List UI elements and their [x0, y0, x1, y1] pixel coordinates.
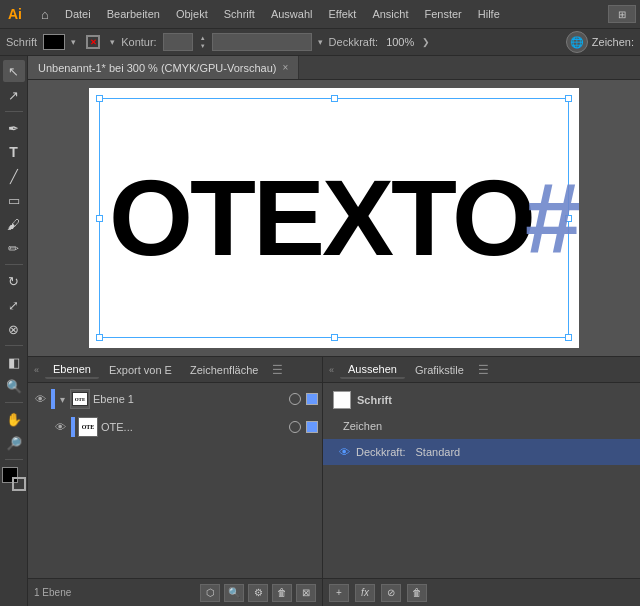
tab-grafikstile[interactable]: Grafikstile: [407, 362, 472, 378]
tab-bar: Unbenannt-1* bei 300 % (CMYK/GPU-Vorscha…: [28, 56, 640, 80]
appear-eye-icon[interactable]: 👁: [339, 446, 350, 458]
layer-thumb-ebene1: OTE: [70, 389, 90, 409]
layout-icon[interactable]: ⊞: [608, 5, 636, 23]
hand-tool[interactable]: ✋: [3, 408, 25, 430]
kontur-input[interactable]: [163, 33, 193, 51]
layer-trash-button[interactable]: 🗑: [272, 584, 292, 602]
layer-thumb-inner-ote: OTE: [79, 419, 97, 435]
menu-ansicht[interactable]: Ansicht: [365, 6, 415, 22]
layer-name-ebene1[interactable]: Ebene 1: [93, 393, 286, 405]
fill-color-arrow[interactable]: ▾: [71, 37, 76, 47]
direct-selection-tool[interactable]: ↗: [3, 84, 25, 106]
layer-visibility-ote[interactable]: 👁: [52, 421, 68, 433]
panel-resize-left[interactable]: «: [34, 365, 39, 375]
handle-bc[interactable]: [331, 334, 338, 341]
appear-resize-left[interactable]: «: [329, 365, 334, 375]
pencil-tool[interactable]: ✏: [3, 237, 25, 259]
menu-hilfe[interactable]: Hilfe: [471, 6, 507, 22]
fill-stroke-swatch[interactable]: [2, 467, 26, 491]
kontur-label: Kontur:: [121, 36, 156, 48]
layer-target-ebene1[interactable]: [289, 393, 301, 405]
scale-tool[interactable]: ⤢: [3, 294, 25, 316]
handle-br[interactable]: [565, 334, 572, 341]
handle-tl[interactable]: [96, 95, 103, 102]
selection-tool[interactable]: ↖: [3, 60, 25, 82]
layer-expand-ebene1[interactable]: ▾: [60, 394, 65, 405]
gradient-tool[interactable]: ◧: [3, 351, 25, 373]
layer-delete-button[interactable]: ⊠: [296, 584, 316, 602]
pen-tool[interactable]: ✒: [3, 117, 25, 139]
appear-swatch[interactable]: [333, 391, 351, 409]
stroke-x-icon: ✕: [90, 38, 97, 47]
layer-thumb-label-ebene1: OTE: [75, 397, 86, 402]
layer-row-ebene1[interactable]: 👁 ▾ OTE Ebene 1: [28, 385, 322, 413]
menu-auswahl[interactable]: Auswahl: [264, 6, 320, 22]
handle-tc[interactable]: [331, 95, 338, 102]
rectangle-tool[interactable]: ▭: [3, 189, 25, 211]
tab-aussehen[interactable]: Aussehen: [340, 361, 405, 379]
menu-schrift[interactable]: Schrift: [217, 6, 262, 22]
tab-close-button[interactable]: ×: [282, 62, 288, 73]
layer-target-ote[interactable]: [289, 421, 301, 433]
kontur-spinner[interactable]: ▲▼: [200, 34, 206, 50]
layer-row-ote[interactable]: 👁 OTE OTE...: [28, 413, 322, 441]
appear-fx-button[interactable]: fx: [355, 584, 375, 602]
layer-select-ebene1[interactable]: [306, 393, 318, 405]
home-icon[interactable]: ⌂: [34, 3, 56, 25]
deckkraft-label: Deckkraft:: [329, 36, 379, 48]
layer-select-ote[interactable]: [306, 421, 318, 433]
menu-bar: Ai ⌂ Datei Bearbeiten Objekt Schrift Aus…: [0, 0, 640, 28]
stroke-style-arrow[interactable]: ▾: [110, 37, 115, 47]
type-tool[interactable]: T: [3, 141, 25, 163]
globe-icon[interactable]: 🌐: [566, 31, 588, 53]
tab-zeichenflaeche[interactable]: Zeichenfläche: [182, 362, 267, 378]
layers-panel-menu[interactable]: ☰: [272, 363, 283, 377]
stroke-preview-box[interactable]: [212, 33, 312, 51]
layer-settings-button[interactable]: ⚙: [248, 584, 268, 602]
bottom-panel: « Ebenen Export von E Zeichenfläche ☰ 👁 …: [28, 356, 640, 606]
paintbrush-tool[interactable]: 🖌: [3, 213, 25, 235]
menu-bearbeiten[interactable]: Bearbeiten: [100, 6, 167, 22]
document-tab[interactable]: Unbenannt-1* bei 300 % (CMYK/GPU-Vorscha…: [28, 56, 299, 79]
toolbar-schrift-label: Schrift: [6, 36, 37, 48]
layers-panel: « Ebenen Export von E Zeichenfläche ☰ 👁 …: [28, 357, 323, 606]
appear-clear-button[interactable]: ⊘: [381, 584, 401, 602]
tool-divider-5: [5, 459, 23, 460]
stroke-preview-arrow[interactable]: ▾: [318, 37, 323, 47]
toolbar: Schrift ▾ ✕ ▾ Kontur: ▲▼ ▾ Deckkraft: 10…: [0, 28, 640, 56]
deckkraft-value: 100%: [386, 36, 414, 48]
layers-panel-header: « Ebenen Export von E Zeichenfläche ☰: [28, 357, 322, 383]
appear-add-button[interactable]: +: [329, 584, 349, 602]
appear-panel-menu[interactable]: ☰: [478, 363, 489, 377]
canvas[interactable]: OTEXTO #: [28, 80, 640, 356]
appear-row-schrift: Schrift: [323, 387, 640, 413]
tool-divider-2: [5, 264, 23, 265]
rotate-tool[interactable]: ↻: [3, 270, 25, 292]
blend-tool[interactable]: ⊗: [3, 318, 25, 340]
eyedropper-tool[interactable]: 🔍: [3, 375, 25, 397]
layer-thumb-inner-ebene1: OTE: [72, 392, 88, 406]
appear-delete-button[interactable]: 🗑: [407, 584, 427, 602]
handle-tr[interactable]: [565, 95, 572, 102]
appear-row-zeichen: Zeichen: [323, 413, 640, 439]
appear-row-deckkraft[interactable]: 👁 Deckkraft: Standard: [323, 439, 640, 465]
layers-count-label: 1 Ebene: [34, 587, 196, 598]
handle-bl[interactable]: [96, 334, 103, 341]
layer-visibility-ebene1[interactable]: 👁: [32, 393, 48, 405]
layer-name-ote[interactable]: OTE...: [101, 421, 286, 433]
line-tool[interactable]: ╱: [3, 165, 25, 187]
tool-divider-4: [5, 402, 23, 403]
menu-effekt[interactable]: Effekt: [321, 6, 363, 22]
fill-color-box[interactable]: [43, 34, 65, 50]
search-layer-button[interactable]: 🔍: [224, 584, 244, 602]
layer-thumb-ote: OTE: [78, 417, 98, 437]
new-layer-button[interactable]: ⬡: [200, 584, 220, 602]
stroke-style-icon[interactable]: ✕: [82, 33, 104, 51]
zoom-tool[interactable]: 🔎: [3, 432, 25, 454]
menu-fenster[interactable]: Fenster: [417, 6, 468, 22]
deckkraft-arrow[interactable]: ❯: [422, 37, 430, 47]
menu-datei[interactable]: Datei: [58, 6, 98, 22]
menu-objekt[interactable]: Objekt: [169, 6, 215, 22]
tab-ebenen[interactable]: Ebenen: [45, 361, 99, 379]
tab-export[interactable]: Export von E: [101, 362, 180, 378]
